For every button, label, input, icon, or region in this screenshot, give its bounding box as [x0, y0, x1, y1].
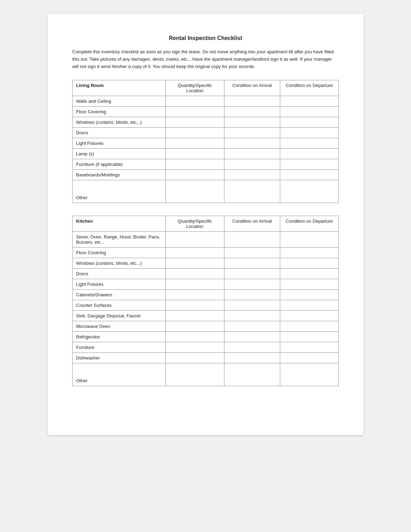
qty-cell[interactable] — [166, 232, 224, 248]
departure-cell[interactable] — [280, 170, 339, 180]
qty-cell[interactable] — [166, 258, 224, 269]
page: Rental Inspection Checklist Complete thi… — [48, 14, 363, 435]
arrival-cell[interactable] — [224, 128, 280, 138]
arrival-cell[interactable] — [224, 269, 280, 279]
kitchen-departure-header: Condition on Departure — [280, 216, 339, 232]
qty-cell[interactable] — [166, 138, 224, 149]
arrival-cell[interactable] — [224, 300, 280, 311]
qty-cell[interactable] — [166, 279, 224, 290]
departure-cell[interactable] — [280, 279, 339, 290]
departure-cell[interactable] — [280, 353, 339, 363]
table-row: Floor Covering — [73, 248, 166, 258]
table-row: Light Fixtures — [73, 279, 166, 290]
arrival-cell[interactable] — [224, 363, 280, 386]
table-row: Other — [73, 180, 166, 203]
table-row: Counter Surfaces — [73, 300, 166, 311]
living-room-arrival-header: Condition on Arrival — [224, 80, 280, 96]
arrival-cell[interactable] — [224, 232, 280, 248]
arrival-cell[interactable] — [224, 342, 280, 353]
table-row: Floor Covering — [73, 107, 166, 117]
qty-cell[interactable] — [166, 117, 224, 128]
table-row: Light Fixtures — [73, 138, 166, 149]
qty-cell[interactable] — [166, 342, 224, 353]
departure-cell[interactable] — [280, 149, 339, 159]
kitchen-qty-header: Quantity/Specific Location — [166, 216, 224, 232]
departure-cell[interactable] — [280, 107, 339, 117]
arrival-cell[interactable] — [224, 180, 280, 203]
living-room-table: Living Room Quantity/Specific Location C… — [72, 80, 339, 203]
living-room-header: Living Room — [73, 80, 166, 96]
table-row: Other — [73, 363, 166, 386]
table-row: Walls and Ceiling — [73, 96, 166, 107]
arrival-cell[interactable] — [224, 117, 280, 128]
kitchen-header: Kitchen — [73, 216, 166, 232]
departure-cell[interactable] — [280, 180, 339, 203]
table-row: Lamp (s) — [73, 149, 166, 159]
table-row: Refrigerator — [73, 332, 166, 342]
qty-cell[interactable] — [166, 170, 224, 180]
departure-cell[interactable] — [280, 96, 339, 107]
departure-cell[interactable] — [280, 363, 339, 386]
qty-cell[interactable] — [166, 290, 224, 300]
qty-cell[interactable] — [166, 300, 224, 311]
living-room-qty-header: Quantity/Specific Location — [166, 80, 224, 96]
table-row: Dishwasher — [73, 353, 166, 363]
arrival-cell[interactable] — [224, 138, 280, 149]
departure-cell[interactable] — [280, 159, 339, 170]
kitchen-table: Kitchen Quantity/Specific Location Condi… — [72, 216, 339, 386]
departure-cell[interactable] — [280, 321, 339, 332]
arrival-cell[interactable] — [224, 170, 280, 180]
departure-cell[interactable] — [280, 258, 339, 269]
living-room-section: Living Room Quantity/Specific Location C… — [72, 80, 339, 203]
qty-cell[interactable] — [166, 353, 224, 363]
departure-cell[interactable] — [280, 117, 339, 128]
intro-text: Complete this inventory checklist as soo… — [72, 48, 339, 70]
qty-cell[interactable] — [166, 363, 224, 386]
qty-cell[interactable] — [166, 269, 224, 279]
arrival-cell[interactable] — [224, 107, 280, 117]
table-row: Stove, Oven, Range, Hood, Broiler, Pans,… — [73, 232, 166, 248]
qty-cell[interactable] — [166, 248, 224, 258]
departure-cell[interactable] — [280, 300, 339, 311]
page-title: Rental Inspection Checklist — [72, 35, 339, 41]
arrival-cell[interactable] — [224, 248, 280, 258]
departure-cell[interactable] — [280, 269, 339, 279]
living-room-departure-header: Condition on Departure — [280, 80, 339, 96]
departure-cell[interactable] — [280, 342, 339, 353]
departure-cell[interactable] — [280, 128, 339, 138]
table-row: Baseboards/Moldings — [73, 170, 166, 180]
arrival-cell[interactable] — [224, 159, 280, 170]
arrival-cell[interactable] — [224, 96, 280, 107]
departure-cell[interactable] — [280, 290, 339, 300]
departure-cell[interactable] — [280, 232, 339, 248]
table-row: Furniture (if applicable) — [73, 159, 166, 170]
departure-cell[interactable] — [280, 332, 339, 342]
qty-cell[interactable] — [166, 311, 224, 321]
departure-cell[interactable] — [280, 311, 339, 321]
arrival-cell[interactable] — [224, 321, 280, 332]
table-row: Doors — [73, 128, 166, 138]
kitchen-arrival-header: Condition on Arrival — [224, 216, 280, 232]
qty-cell[interactable] — [166, 96, 224, 107]
qty-cell[interactable] — [166, 159, 224, 170]
qty-cell[interactable] — [166, 107, 224, 117]
arrival-cell[interactable] — [224, 311, 280, 321]
arrival-cell[interactable] — [224, 258, 280, 269]
table-row: Furniture — [73, 342, 166, 353]
arrival-cell[interactable] — [224, 353, 280, 363]
table-row: Windows (curtains, blinds, etc...) — [73, 258, 166, 269]
table-row: Sink, Gargage Disposal, Faucet — [73, 311, 166, 321]
arrival-cell[interactable] — [224, 290, 280, 300]
qty-cell[interactable] — [166, 128, 224, 138]
arrival-cell[interactable] — [224, 279, 280, 290]
qty-cell[interactable] — [166, 180, 224, 203]
qty-cell[interactable] — [166, 332, 224, 342]
kitchen-section: Kitchen Quantity/Specific Location Condi… — [72, 216, 339, 386]
qty-cell[interactable] — [166, 149, 224, 159]
table-row: Cabinets/Drawers — [73, 290, 166, 300]
departure-cell[interactable] — [280, 138, 339, 149]
arrival-cell[interactable] — [224, 149, 280, 159]
arrival-cell[interactable] — [224, 332, 280, 342]
qty-cell[interactable] — [166, 321, 224, 332]
departure-cell[interactable] — [280, 248, 339, 258]
